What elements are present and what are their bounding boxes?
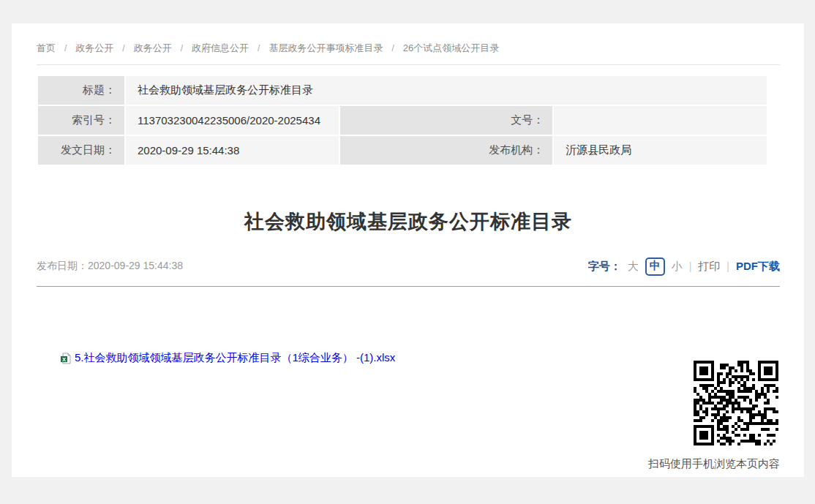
toolbar-divider: |	[726, 260, 729, 272]
qr-caption: 扫码使用手机浏览本页内容	[648, 457, 780, 471]
breadcrumb-item-3[interactable]: 政府信息公开	[192, 42, 249, 55]
meta-value-issue-date: 2020-09-29 15:44:38	[125, 135, 339, 165]
breadcrumb-separator: /	[64, 43, 67, 53]
breadcrumb: 首页 / 政务公开 / 政务公开 / 政府信息公开 / 基层政务公开事项标准目录…	[37, 37, 780, 55]
meta-value-title: 社会救助领域基层政务公开标准目录	[125, 75, 767, 105]
meta-value-doc-number	[553, 105, 767, 135]
page-title: 社会救助领域基层政务公开标准目录	[37, 208, 780, 235]
breadcrumb-divider	[37, 64, 780, 65]
font-size-large-button[interactable]: 大	[628, 260, 639, 274]
content-divider	[37, 286, 780, 287]
meta-label-index-number: 索引号：	[37, 105, 125, 135]
table-row: 索引号： 113703230042235006/2020-2025434 文号：	[37, 105, 767, 135]
meta-value-issuing-agency: 沂源县民政局	[553, 135, 767, 165]
pdf-download-button[interactable]: PDF下载	[736, 260, 780, 274]
document-meta-table: 标题： 社会救助领域基层政务公开标准目录 索引号： 11370323004223…	[37, 75, 768, 166]
meta-label-title: 标题：	[37, 75, 125, 105]
meta-value-index-number: 113703230042235006/2020-2025434	[125, 105, 339, 135]
breadcrumb-item-2[interactable]: 政务公开	[134, 42, 172, 55]
content-card: 首页 / 政务公开 / 政务公开 / 政府信息公开 / 基层政务公开事项标准目录…	[12, 23, 804, 477]
table-row: 标题： 社会救助领域基层政务公开标准目录	[37, 75, 767, 105]
svg-text:X: X	[62, 356, 66, 362]
breadcrumb-item-1[interactable]: 政务公开	[75, 42, 113, 55]
breadcrumb-separator: /	[122, 43, 124, 53]
meta-label-issue-date: 发文日期：	[37, 135, 125, 165]
article-toolbar: 字号： 大 中 小 | 打印 | PDF下载	[588, 257, 780, 276]
breadcrumb-separator: /	[391, 43, 394, 53]
breadcrumb-home[interactable]: 首页	[37, 42, 56, 55]
breadcrumb-item-4[interactable]: 基层政务公开事项标准目录	[268, 42, 383, 55]
article-meta-bar: 发布日期：2020-09-29 15:44:38 字号： 大 中 小 | 打印 …	[37, 257, 780, 276]
table-row: 发文日期： 2020-09-29 15:44:38 发布机构： 沂源县民政局	[37, 135, 767, 165]
breadcrumb-item-5[interactable]: 26个试点领域公开目录	[403, 42, 499, 55]
meta-label-doc-number: 文号：	[339, 105, 554, 135]
excel-file-icon: X	[60, 353, 72, 364]
qr-block: 扫码使用手机浏览本页内容	[37, 361, 780, 471]
breadcrumb-separator: /	[181, 43, 183, 53]
toolbar-divider: |	[689, 260, 692, 272]
meta-label-issuing-agency: 发布机构：	[339, 135, 554, 165]
print-button[interactable]: 打印	[698, 260, 720, 274]
breadcrumb-separator: /	[258, 43, 260, 53]
publish-date: 发布日期：2020-09-29 15:44:38	[37, 260, 183, 273]
font-size-label: 字号：	[588, 260, 621, 274]
attachment-link-xlsx[interactable]: 5.社会救助领域领域基层政务公开标准目录（1综合业务） -(1).xlsx	[75, 351, 395, 365]
font-size-small-button[interactable]: 小	[672, 260, 683, 274]
font-size-medium-button[interactable]: 中	[645, 257, 665, 276]
qr-code	[694, 361, 780, 447]
